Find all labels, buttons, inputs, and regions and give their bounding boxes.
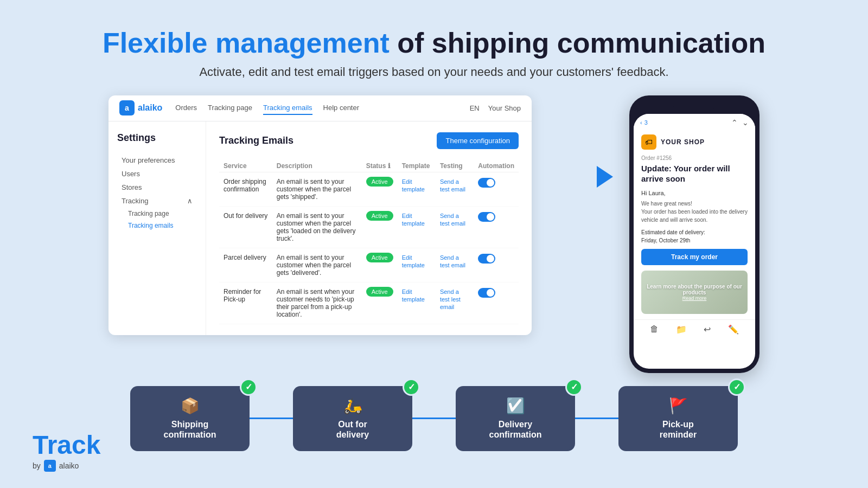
sidebar-sub-tracking-emails[interactable]: Tracking emails [124,220,197,232]
step-label-out-for-delivery: Out fordelivery [336,419,369,440]
nav-logo-text: alaiko [138,103,162,113]
title-dark: of shipping communication [390,27,765,59]
service-cell: Reminder for Pick-up [219,282,272,324]
brand-by-text: by [33,461,41,470]
table-row: Out for delivery An email is sent to you… [219,206,519,248]
banner-text: Learn more about the purpose of our prod… [641,284,748,296]
phone-bottom-bar: 🗑 📁 ↩ ✏️ [634,319,755,339]
service-cell: Out for delivery [219,206,272,248]
testing-cell[interactable]: Send a test email [436,172,474,206]
shop-logo-icon: 🏷 [641,134,656,150]
brand-by: by a alaiko [33,460,100,472]
phone-nav-icons: ⌃ ⌄ [731,118,749,127]
reply-icon[interactable]: ↩ [704,324,711,335]
sidebar-sub: Tracking page Tracking emails [117,208,197,232]
toggle-switch[interactable] [478,212,495,222]
automation-cell[interactable] [474,172,519,206]
template-cell[interactable]: Edit template [398,248,436,282]
chevron-up-icon[interactable]: ⌃ [731,118,738,127]
email-table: Service Description Status ℹ Template Te… [219,160,519,324]
testing-cell[interactable]: Send a test email [436,248,474,282]
compose-icon[interactable]: ✏️ [728,324,739,335]
phone-back[interactable]: ‹ 3 [640,119,648,126]
table-row: Reminder for Pick-up An email is sent wh… [219,282,519,324]
step-icon-out-for-delivery: 🛵 [343,397,362,415]
table-row: Order shipping confirmation An email is … [219,172,519,206]
status-cell: Active [362,248,398,282]
sidebar-title: Settings [117,132,197,144]
phone-notch [673,100,716,111]
theme-config-button[interactable]: Theme configuration [437,132,519,149]
nav-logo-icon: a [119,100,135,115]
sidebar-item-stores[interactable]: Stores [117,181,197,194]
desc-cell: An email is sent when your customer need… [272,282,362,324]
back-icon: ‹ [640,119,642,126]
nav-link-help[interactable]: Help center [323,101,359,115]
shop-name: YOUR SHOP [661,138,705,146]
sidebar-item-tracking[interactable]: Tracking ∧ [117,194,197,208]
desc-cell: An email is sent to your customer when t… [272,248,362,282]
read-more-link[interactable]: Read more [641,296,748,301]
step-check-out-for-delivery: ✓ [403,378,420,396]
content-header: Tracking Emails Theme configuration [219,132,519,149]
branding: Track by a alaiko [33,430,100,472]
email-shop-header: 🏷 YOUR SHOP [641,134,748,150]
app-body: Settings Your preferences Users Stores T… [108,121,532,335]
template-cell[interactable]: Edit template [398,282,436,324]
automation-cell[interactable] [474,248,519,282]
nav-bar: a alaiko Orders Tracking page Tracking e… [108,95,532,121]
step-card-pickup: ✓ 🚩 Pick-upreminder [618,386,738,451]
chevron-down-icon[interactable]: ⌄ [742,118,749,127]
app-window: a alaiko Orders Tracking page Tracking e… [108,95,532,335]
col-testing: Testing [436,160,474,172]
email-banner: Learn more about the purpose of our prod… [641,271,748,314]
nav-right: EN Your Shop [470,104,521,112]
page-title: Flexible management of shipping communic… [0,27,868,60]
page-header: Flexible management of shipping communic… [0,0,868,79]
nav-lang[interactable]: EN [470,104,480,112]
col-service: Service [219,160,272,172]
step-check-delivery-confirmation: ✓ [565,378,583,396]
automation-cell[interactable] [474,206,519,248]
template-cell[interactable]: Edit template [398,206,436,248]
sidebar-item-preferences[interactable]: Your preferences [117,153,197,167]
title-blue: Flexible management [103,27,390,59]
brand-track: Track [33,430,100,460]
status-badge: Active [366,211,393,221]
table-row: Parcel delivery An email is sent to your… [219,248,519,282]
nav-links: Orders Tracking page Tracking emails Hel… [175,101,456,115]
phone-top-bar: ‹ 3 ⌃ ⌄ [634,114,755,129]
toggle-switch[interactable] [478,288,495,298]
content-area: Tracking Emails Theme configuration Serv… [206,121,532,335]
toggle-switch[interactable] [478,178,495,188]
nav-link-orders[interactable]: Orders [175,101,197,115]
folder-icon[interactable]: 📁 [676,324,687,335]
archive-icon[interactable]: 🗑 [650,324,659,335]
toggle-switch[interactable] [478,254,495,264]
sidebar-item-users[interactable]: Users [117,167,197,181]
automation-cell[interactable] [474,282,519,324]
step-check-shipping: ✓ [240,378,257,396]
testing-cell[interactable]: Send a test email [436,206,474,248]
nav-shop[interactable]: Your Shop [488,104,521,112]
template-cell[interactable]: Edit template [398,172,436,206]
status-cell: Active [362,172,398,206]
email-subject: Update: Your order will arrive soon [641,163,748,184]
nav-link-tracking-page[interactable]: Tracking page [208,101,252,115]
email-content: 🏷 YOUR SHOP Order #1256 Update: Your ord… [634,129,755,319]
col-automation: Automation [474,160,519,172]
main-content: a alaiko Orders Tracking page Tracking e… [0,79,868,373]
service-cell: Order shipping confirmation [219,172,272,206]
testing-cell[interactable]: Send a test lest email [436,282,474,324]
steps-area: ✓ 📦 Shippingconfirmation ✓ 🛵 Out fordeli… [0,373,868,451]
step-icon-delivery-confirmation: ☑️ [506,397,525,415]
track-order-button[interactable]: Track my order [641,249,748,265]
col-description: Description [272,160,362,172]
nav-link-tracking-emails[interactable]: Tracking emails [263,101,312,115]
step-check-pickup: ✓ [728,378,745,396]
step-icon-shipping: 📦 [181,397,200,415]
sidebar-sub-tracking-page[interactable]: Tracking page [124,208,197,220]
step-label-delivery-confirmation: Deliveryconfirmation [489,419,542,440]
step-card-out-for-delivery: ✓ 🛵 Out fordelivery [293,386,412,451]
arrow-area [548,95,613,193]
